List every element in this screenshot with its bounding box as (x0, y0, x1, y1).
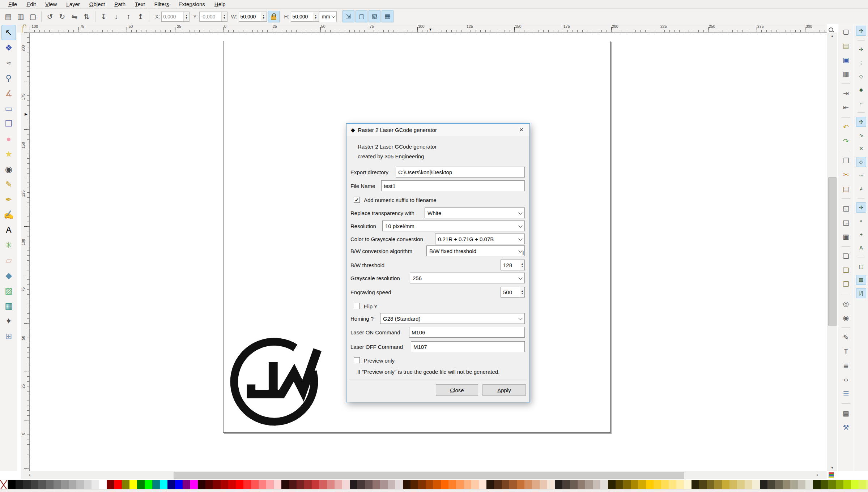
color-swatch[interactable] (190, 480, 198, 490)
color-swatch[interactable] (152, 480, 160, 490)
color-swatch[interactable] (198, 480, 205, 490)
raise-button[interactable]: ↑ (122, 10, 135, 23)
selector-tool[interactable]: ↖ (1, 25, 16, 40)
color-swatch[interactable] (99, 480, 107, 490)
color-swatch[interactable] (517, 480, 524, 490)
chevron-down-icon[interactable] (516, 234, 524, 244)
color-swatch[interactable] (38, 480, 46, 490)
color-swatch[interactable] (183, 480, 190, 490)
copy-button[interactable]: ❐ (840, 155, 852, 166)
snap-enable-toggle[interactable]: ✣ (856, 26, 866, 36)
snap-bbox-edges-toggle[interactable]: ⋮ (856, 58, 866, 68)
color-swatch[interactable] (654, 480, 661, 490)
color-swatch[interactable] (84, 480, 92, 490)
color-swatch[interactable] (638, 480, 646, 490)
color-swatch[interactable] (8, 480, 16, 490)
color-swatch[interactable] (16, 480, 23, 490)
dropper-tool[interactable]: ✦ (1, 313, 16, 329)
snap-bbox-midpoints-toggle[interactable]: ◆ (856, 85, 866, 95)
color-swatch[interactable] (357, 480, 365, 490)
spinner-arrows[interactable]: ▲▼ (520, 260, 524, 270)
flip-horizontal-button[interactable]: ⇋ (68, 10, 81, 23)
color-swatch[interactable] (790, 480, 798, 490)
snap-rotation-centers-toggle[interactable]: + (856, 229, 866, 239)
star-tool[interactable]: ★ (1, 146, 16, 162)
color-swatch[interactable] (555, 480, 562, 490)
rotate-cw-button[interactable]: ↻ (56, 10, 68, 23)
duplicate-button[interactable]: ❏ (840, 250, 852, 262)
y-spinner[interactable]: ▲▼ (221, 12, 227, 21)
horizontal-scrollbar-thumb[interactable] (174, 472, 684, 479)
w-spinner[interactable]: ▲▼ (261, 12, 267, 21)
sep[interactable] (842, 328, 850, 328)
color-swatch[interactable] (471, 480, 479, 490)
sep[interactable] (842, 246, 850, 247)
color-swatch[interactable] (410, 480, 418, 490)
vertical-scrollbar[interactable]: ▴ ▾ (827, 33, 837, 471)
snap-cusp-nodes-toggle[interactable]: ◇ (856, 157, 866, 167)
laser-off-input[interactable] (411, 341, 525, 352)
fill-stroke-dialog-button[interactable]: ✎ (840, 331, 852, 343)
sep[interactable] (842, 198, 850, 199)
sep[interactable] (842, 84, 850, 84)
scroll-up-arrow[interactable]: ▴ (827, 34, 837, 38)
export-directory-input[interactable] (396, 167, 525, 177)
spinner-arrows[interactable]: ▲▼ (520, 287, 524, 297)
color-swatch[interactable] (243, 480, 251, 490)
x-field[interactable]: ▲▼ (161, 12, 190, 22)
snap-nodes-toggle[interactable]: ✣ (856, 117, 866, 127)
homing-select[interactable]: G28 (Standard) (380, 313, 525, 324)
color-swatch[interactable] (722, 480, 729, 490)
move-gradients-toggle[interactable]: ▧ (369, 10, 380, 22)
select-all-button[interactable]: ▤ (2, 10, 14, 23)
color-swatch[interactable] (646, 480, 654, 490)
color-swatch[interactable] (107, 480, 114, 490)
snap-midpoints-toggle[interactable]: ≠ (856, 184, 866, 194)
color-swatch[interactable] (61, 480, 69, 490)
color-swatch[interactable] (760, 480, 767, 490)
create-clone-button[interactable]: ❑ (840, 264, 852, 276)
menu-object[interactable]: Object (85, 0, 110, 8)
color-swatch[interactable] (608, 480, 616, 490)
y-input[interactable] (200, 12, 221, 21)
scroll-left-arrow[interactable]: ‹ (29, 472, 31, 478)
export-button[interactable]: ⇤ (840, 102, 852, 113)
w-input[interactable] (239, 12, 261, 21)
jw-logo[interactable] (225, 333, 323, 431)
chevron-down-icon[interactable] (516, 221, 524, 231)
color-swatch[interactable] (122, 480, 129, 490)
spray-tool[interactable]: ✳ (1, 238, 16, 253)
color-swatch[interactable] (456, 480, 464, 490)
unit-select[interactable]: mm (319, 11, 337, 22)
color-swatch[interactable] (692, 480, 699, 490)
color-swatch[interactable] (448, 480, 456, 490)
zoom-tool[interactable]: ⚲ (1, 70, 16, 86)
color-swatch[interactable] (729, 480, 737, 490)
color-swatch[interactable] (547, 480, 555, 490)
menu-layer[interactable]: Layer (61, 0, 85, 8)
sep[interactable] (858, 40, 865, 40)
apply-button[interactable]: Apply (482, 384, 526, 396)
dialog-close-button[interactable]: × (513, 124, 529, 136)
color-swatch[interactable] (821, 480, 828, 490)
color-swatch[interactable] (69, 480, 76, 490)
color-swatch[interactable] (304, 480, 312, 490)
color-swatch[interactable] (92, 480, 99, 490)
color-swatch[interactable] (46, 480, 54, 490)
h-input[interactable] (291, 12, 313, 21)
laser-on-input[interactable] (409, 327, 525, 338)
snap-object-centers-toggle[interactable]: ∘ (856, 216, 866, 226)
raise-to-top-button[interactable]: ↥ (135, 10, 147, 23)
flip-vertical-button[interactable]: ⇅ (81, 10, 93, 23)
box-3d-tool[interactable]: ❒ (1, 116, 16, 131)
color-swatch[interactable] (365, 480, 373, 490)
color-swatch[interactable] (289, 480, 297, 490)
color-swatch[interactable] (327, 480, 335, 490)
zoom-page-button[interactable]: ▣ (840, 231, 852, 242)
w-field[interactable]: ▲▼ (239, 12, 267, 22)
color-swatch[interactable] (524, 480, 532, 490)
color-swatch[interactable] (0, 480, 8, 490)
color-swatch[interactable] (388, 480, 395, 490)
node-tool[interactable]: ❖ (1, 40, 16, 55)
bw-algorithm-select[interactable]: B/W fixed threshold (426, 245, 525, 256)
